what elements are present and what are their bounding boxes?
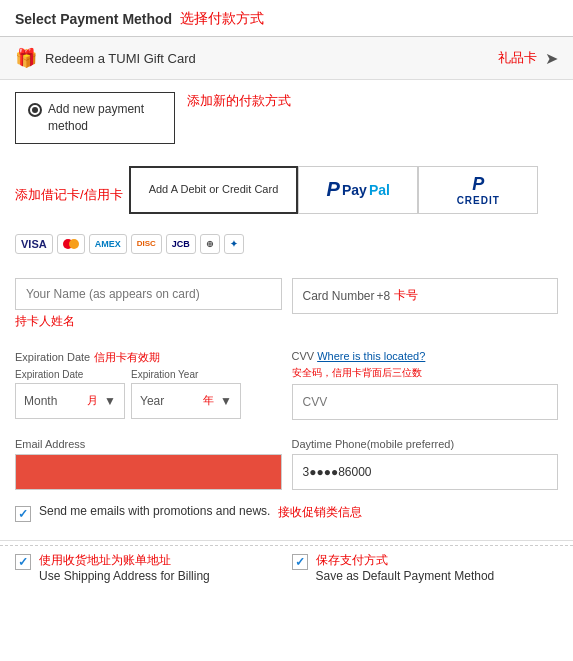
add-new-payment-option[interactable]: Add new payment method [15, 92, 175, 144]
card-number-cn: 卡号 [394, 287, 418, 304]
expiry-month-group: Expiration Date Month 月 ▼ [15, 369, 125, 419]
page-title: Select Payment Method [15, 11, 172, 27]
month-placeholder: Month [24, 394, 84, 408]
shipping-label: Use Shipping Address for Billing [39, 569, 210, 583]
save-default-item: ✓ 保存支付方式 Save as Default Payment Method [292, 552, 559, 583]
expiry-date-label: Expiration Date [15, 369, 83, 380]
paypal-text: Pay [342, 182, 367, 198]
phone-label: Daytime Phone(mobile preferred) [292, 438, 559, 450]
divider [0, 540, 573, 541]
debit-credit-label: Add A Debit or Credit Card [149, 182, 279, 196]
save-default-checkbox[interactable]: ✓ [292, 554, 308, 570]
shipping-cn: 使用收货地址为账单地址 [39, 552, 210, 569]
phone-input[interactable] [292, 454, 559, 490]
promo-label: Send me emails with promotions and news. [39, 504, 270, 518]
cvv-input[interactable] [292, 384, 559, 420]
mastercard-icon [57, 234, 85, 254]
save-cn: 保存支付方式 [316, 552, 495, 569]
expiry-cvv-section: Expiration Date 信用卡有效期 Expiration Date M… [0, 350, 573, 430]
year-cn: 年 [203, 393, 214, 408]
jcb-icon: JCB [166, 234, 196, 254]
gift-card-row[interactable]: 🎁 Redeem a TUMI Gift Card 礼品卡 ➤ [0, 37, 573, 80]
amex-icon: AMEX [89, 234, 127, 254]
expiry-year-group: Expiration Year Year 年 ▼ [131, 369, 241, 419]
paypal-logo: P PayPal [327, 178, 390, 201]
gift-card-icon: 🎁 [15, 47, 37, 69]
email-field-wrapper: Email Address [15, 438, 282, 490]
debit-credit-cn: 添加借记卡/信用卡 [15, 186, 123, 204]
gift-card-label: Redeem a TUMI Gift Card [45, 51, 486, 66]
expiry-label-cn: 信用卡有效期 [94, 350, 160, 365]
expiry-section: Expiration Date 信用卡有效期 Expiration Date M… [15, 350, 282, 420]
paypal-pal: Pal [369, 182, 390, 198]
chevron-down-icon: ➤ [545, 49, 558, 68]
cvv-label: CVV [292, 350, 315, 362]
credit-p-icon: P [472, 174, 484, 195]
payment-options-section: Add new payment method 添加新的付款方式 添加借记卡/信用… [0, 80, 573, 278]
contact-section: Email Address Daytime Phone(mobile prefe… [0, 430, 573, 496]
promo-checkbox[interactable]: ✓ [15, 506, 31, 522]
save-label: Save as Default Payment Method [316, 569, 495, 583]
form-section: 持卡人姓名 Card Number +8 卡号 [0, 278, 573, 350]
paypal-credit-button[interactable]: P CREDIT [418, 166, 538, 214]
cvv-where-link[interactable]: Where is this located? [317, 350, 425, 362]
card-number-suffix: +8 [377, 289, 391, 303]
expiry-month-sublabel: Expiration Date [15, 369, 125, 380]
name-cn-label: 持卡人姓名 [15, 313, 282, 330]
card-number-label: Card Number [303, 289, 375, 303]
month-cn: 月 [87, 393, 98, 408]
month-chevron-icon: ▼ [104, 394, 116, 408]
visa-icon: VISA [15, 234, 53, 254]
gift-card-label-cn: 礼品卡 [498, 49, 537, 67]
payment-buttons-row: Add A Debit or Credit Card P PayPal P CR… [129, 166, 539, 214]
year-chevron-icon: ▼ [220, 394, 232, 408]
shipping-billing-item: ✓ 使用收货地址为账单地址 Use Shipping Address for B… [15, 552, 282, 583]
card-number-field-wrapper: Card Number +8 卡号 [292, 278, 559, 330]
add-new-label-line2: method [48, 118, 144, 135]
page-header: Select Payment Method 选择付款方式 [0, 0, 573, 37]
year-select[interactable]: Year 年 ▼ [131, 383, 241, 419]
name-cardnum-row: 持卡人姓名 Card Number +8 卡号 [15, 278, 558, 330]
email-input[interactable] [15, 454, 282, 490]
check-icon-save: ✓ [295, 555, 305, 569]
other-card-icon-1: ⊕ [200, 234, 220, 254]
cvv-cn-label: 安全码，信用卡背面后三位数 [292, 366, 559, 380]
credit-text: CREDIT [457, 195, 500, 206]
add-new-label-cn: 添加新的付款方式 [187, 92, 291, 110]
shipping-checkbox[interactable]: ✓ [15, 554, 31, 570]
paypal-credit-logo: P CREDIT [457, 174, 500, 206]
promo-checkbox-row: ✓ Send me emails with promotions and new… [15, 504, 558, 522]
add-new-label-line1: Add new payment [48, 101, 144, 118]
name-field-wrapper: 持卡人姓名 [15, 278, 282, 330]
radio-add-new[interactable] [28, 103, 42, 117]
contact-row: Email Address Daytime Phone(mobile prefe… [15, 438, 558, 490]
email-label: Email Address [15, 438, 282, 450]
expiry-fields-row: Expiration Date Month 月 ▼ Expiration Yea… [15, 369, 282, 419]
name-input[interactable] [15, 278, 282, 310]
expiry-year-sublabel: Expiration Year [131, 369, 241, 380]
page-title-cn: 选择付款方式 [180, 10, 264, 28]
check-icon-shipping: ✓ [18, 555, 28, 569]
month-select[interactable]: Month 月 ▼ [15, 383, 125, 419]
check-icon: ✓ [18, 507, 28, 521]
expiry-label: Expiration Date [15, 351, 90, 363]
expiry-year-label: Expiration Year [131, 369, 198, 380]
discover-icon: DISC [131, 234, 162, 254]
paypal-p-icon: P [327, 178, 340, 201]
cvv-section: CVV Where is this located? 安全码，信用卡背面后三位数 [292, 350, 559, 420]
promo-checkbox-section: ✓ Send me emails with promotions and new… [0, 496, 573, 536]
debit-credit-button[interactable]: Add A Debit or Credit Card [129, 166, 299, 214]
bottom-checkboxes: ✓ 使用收货地址为账单地址 Use Shipping Address for B… [0, 545, 573, 593]
phone-field-wrapper: Daytime Phone(mobile preferred) [292, 438, 559, 490]
card-icons-row: VISA AMEX DISC JCB ⊕ ✦ [15, 234, 558, 266]
promo-cn: 接收促销类信息 [278, 504, 362, 521]
other-card-icon-2: ✦ [224, 234, 244, 254]
year-placeholder: Year [140, 394, 200, 408]
paypal-button[interactable]: P PayPal [298, 166, 418, 214]
